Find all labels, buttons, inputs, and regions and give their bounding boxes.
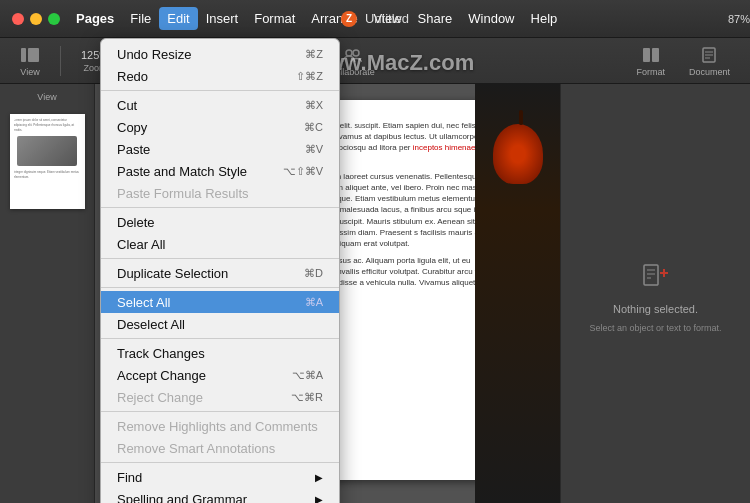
menu-paste-match-style[interactable]: Paste and Match Style ⌥⇧⌘V (101, 160, 339, 182)
menu-select-all[interactable]: Select All ⌘A (101, 291, 339, 313)
svg-rect-8 (652, 48, 659, 62)
svg-rect-1 (28, 48, 39, 62)
menu-remove-smart[interactable]: Remove Smart Annotations (101, 437, 339, 459)
menu-spelling[interactable]: Spelling and Grammar ▶ (101, 488, 339, 503)
page-thumbnail[interactable]: Lorem ipsum dolor sit amet, consectetur … (10, 114, 85, 209)
svg-point-6 (353, 50, 359, 56)
menu-track-changes[interactable]: Track Changes (101, 342, 339, 364)
menu-paste-formula[interactable]: Paste Formula Results (101, 182, 339, 204)
menu-window[interactable]: Window (460, 7, 522, 30)
left-sidebar: View Lorem ipsum dolor sit amet, consect… (0, 84, 95, 503)
menu-find[interactable]: Find ▶ (101, 466, 339, 488)
sidebar-controls: View (7, 92, 87, 102)
apple-stem (519, 110, 523, 125)
menu-sep-1 (101, 90, 339, 91)
svg-rect-13 (644, 265, 658, 285)
toolbar-format[interactable]: Format (628, 45, 673, 77)
edit-menu: Undo Resize ⌘Z Redo ⇧⌘Z Cut ⌘X Copy ⌘C P… (100, 38, 340, 503)
menu-remove-highlights[interactable]: Remove Highlights and Comments (101, 415, 339, 437)
menu-cut[interactable]: Cut ⌘X (101, 94, 339, 116)
menu-sep-4 (101, 287, 339, 288)
document-icon (699, 45, 719, 65)
view-label: View (20, 67, 39, 77)
decorative-image (475, 84, 560, 503)
menu-file[interactable]: File (122, 7, 159, 30)
menu-sep-3 (101, 258, 339, 259)
svg-rect-7 (643, 48, 650, 62)
menu-share[interactable]: Share (410, 7, 461, 30)
app-icon: Z (341, 11, 357, 27)
menu-format[interactable]: Format (246, 7, 303, 30)
fullscreen-button[interactable] (48, 13, 60, 25)
collaborate-icon (342, 45, 362, 65)
view-label-sidebar: View (7, 92, 87, 102)
traffic-lights (0, 13, 60, 25)
toolbar-sep-1 (60, 46, 61, 76)
menu-copy[interactable]: Copy ⌘C (101, 116, 339, 138)
menu-accept-change[interactable]: Accept Change ⌥⌘A (101, 364, 339, 386)
document-label: Document (689, 67, 730, 77)
menu-help[interactable]: Help (523, 7, 566, 30)
menu-duplicate[interactable]: Duplicate Selection ⌘D (101, 262, 339, 284)
view-icon (20, 45, 40, 65)
window-title-area: Z Untitled (341, 11, 409, 27)
spelling-arrow: ▶ (315, 494, 323, 504)
battery-status: 87% (728, 13, 750, 25)
toolbar-view[interactable]: View (12, 45, 48, 77)
app-name[interactable]: Pages (68, 11, 122, 26)
select-hint-text: Select an object or text to format. (589, 323, 721, 333)
toolbar-document[interactable]: Document (681, 45, 738, 77)
svg-rect-0 (21, 48, 26, 62)
right-format-panel: Nothing selected. Select an object or te… (560, 84, 750, 503)
close-button[interactable] (12, 13, 24, 25)
status-bar: 87% (728, 13, 750, 25)
menu-sep-2 (101, 207, 339, 208)
menu-clear-all[interactable]: Clear All (101, 233, 339, 255)
title-bar: Pages File Edit Insert Format Arrange Vi… (0, 0, 750, 38)
menu-edit[interactable]: Edit (159, 7, 197, 30)
menu-insert[interactable]: Insert (198, 7, 247, 30)
svg-point-5 (346, 50, 352, 56)
menu-delete[interactable]: Delete (101, 211, 339, 233)
menu-sep-7 (101, 462, 339, 463)
menu-redo[interactable]: Redo ⇧⌘Z (101, 65, 339, 87)
minimize-button[interactable] (30, 13, 42, 25)
menu-sep-6 (101, 411, 339, 412)
format-label: Format (636, 67, 665, 77)
format-panel-empty-icon (636, 255, 676, 295)
menu-deselect-all[interactable]: Deselect All (101, 313, 339, 335)
format-panel-icon (641, 45, 661, 65)
apple-shape (493, 124, 543, 184)
menu-sep-5 (101, 338, 339, 339)
nothing-selected-text: Nothing selected. (613, 303, 698, 315)
menu-reject-change[interactable]: Reject Change ⌥⌘R (101, 386, 339, 408)
find-arrow: ▶ (315, 472, 323, 483)
menu-undo-resize[interactable]: Undo Resize ⌘Z (101, 43, 339, 65)
window-title: Untitled (365, 11, 409, 26)
edit-dropdown: Undo Resize ⌘Z Redo ⇧⌘Z Cut ⌘X Copy ⌘C P… (100, 38, 340, 503)
menu-paste[interactable]: Paste ⌘V (101, 138, 339, 160)
